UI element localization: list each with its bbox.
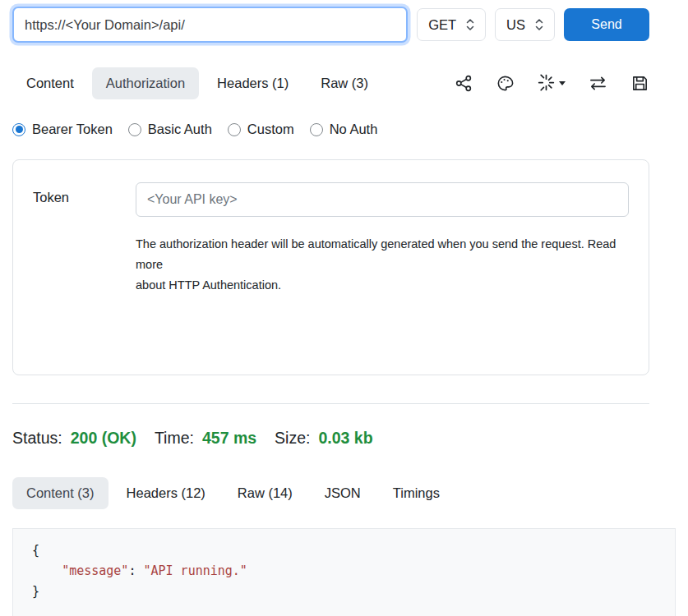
divider: [12, 403, 649, 404]
token-input[interactable]: [136, 182, 629, 217]
tab-raw[interactable]: Raw (3): [307, 67, 382, 99]
help-line-1: The authorization header will be automat…: [136, 234, 629, 275]
radio-unchecked-icon: [228, 123, 241, 136]
help-line-2: about HTTP Authentication.: [136, 275, 629, 296]
auth-type-options: Bearer Token Basic Auth Custom No Auth: [12, 122, 649, 137]
brace: }: [32, 584, 39, 599]
brace: {: [32, 543, 39, 558]
status-group: Status: 200 (OK): [12, 429, 136, 448]
tab-response-json[interactable]: JSON: [311, 477, 375, 509]
radio-custom[interactable]: Custom: [228, 122, 294, 137]
code-line: "message": "API running.": [32, 561, 675, 582]
request-tabs: Content Authorization Headers (1) Raw (3…: [12, 67, 649, 99]
radio-label: No Auth: [330, 122, 378, 137]
indent: [32, 563, 62, 578]
time-group: Time: 457 ms: [155, 429, 256, 448]
size-group: Size: 0.03 kb: [275, 429, 373, 448]
updown-arrows-icon: [535, 18, 543, 31]
time-label: Time:: [155, 429, 194, 448]
region-select[interactable]: US: [495, 8, 555, 41]
response-tabs: Content (3) Headers (12) Raw (14) JSON T…: [12, 477, 649, 509]
api-client-page: GET US Send Content Authorization Header…: [0, 0, 688, 616]
updown-arrows-icon: [466, 18, 474, 31]
radio-label: Bearer Token: [32, 122, 113, 137]
json-separator: :: [128, 563, 143, 578]
json-key: "message": [62, 563, 128, 578]
token-help-text: The authorization header will be automat…: [136, 234, 629, 296]
radio-unchecked-icon: [310, 123, 323, 136]
radio-label: Custom: [247, 122, 294, 137]
palette-icon[interactable]: [496, 74, 515, 93]
radio-no-auth[interactable]: No Auth: [310, 122, 378, 137]
radio-unchecked-icon: [128, 123, 141, 136]
code-line: {: [32, 540, 675, 561]
token-main: The authorization header will be automat…: [136, 182, 629, 296]
save-icon[interactable]: [630, 74, 649, 93]
tab-headers[interactable]: Headers (1): [203, 67, 302, 99]
tab-response-timings[interactable]: Timings: [379, 477, 454, 509]
radio-label: Basic Auth: [148, 122, 212, 137]
size-value: 0.03 kb: [318, 429, 372, 448]
code-line: }: [32, 582, 675, 602]
tab-response-raw[interactable]: Raw (14): [224, 477, 307, 509]
status-label: Status:: [12, 429, 62, 448]
json-value: "API running.": [143, 563, 247, 578]
caret-down-icon: [559, 81, 566, 85]
tab-response-content[interactable]: Content (3): [12, 477, 109, 509]
radio-basic-auth[interactable]: Basic Auth: [128, 122, 212, 137]
tab-content[interactable]: Content: [12, 67, 88, 99]
swap-arrows-icon[interactable]: [588, 74, 608, 93]
token-row: Token The authorization header will be a…: [33, 182, 629, 296]
share-icon[interactable]: [455, 74, 473, 93]
tab-response-headers[interactable]: Headers (12): [113, 477, 219, 509]
response-body: { "message": "API running." }: [12, 528, 676, 616]
request-bar: GET US Send: [12, 7, 649, 43]
status-bar: Status: 200 (OK) Time: 457 ms Size: 0.03…: [12, 429, 649, 448]
tab-authorization[interactable]: Authorization: [92, 67, 199, 99]
radio-checked-icon: [12, 123, 25, 136]
toolbar: [455, 74, 649, 93]
send-button[interactable]: Send: [564, 8, 649, 41]
time-value: 457 ms: [202, 429, 256, 448]
status-value: 200 (OK): [71, 429, 136, 448]
url-input[interactable]: [12, 7, 408, 43]
token-label: Token: [33, 182, 136, 296]
size-label: Size:: [275, 429, 310, 448]
token-panel: Token The authorization header will be a…: [12, 159, 649, 375]
radio-bearer-token[interactable]: Bearer Token: [12, 122, 113, 137]
method-select-value: GET: [428, 17, 456, 33]
region-select-value: US: [506, 17, 525, 33]
method-select[interactable]: GET: [417, 8, 486, 41]
magic-rays-icon[interactable]: [537, 74, 566, 93]
